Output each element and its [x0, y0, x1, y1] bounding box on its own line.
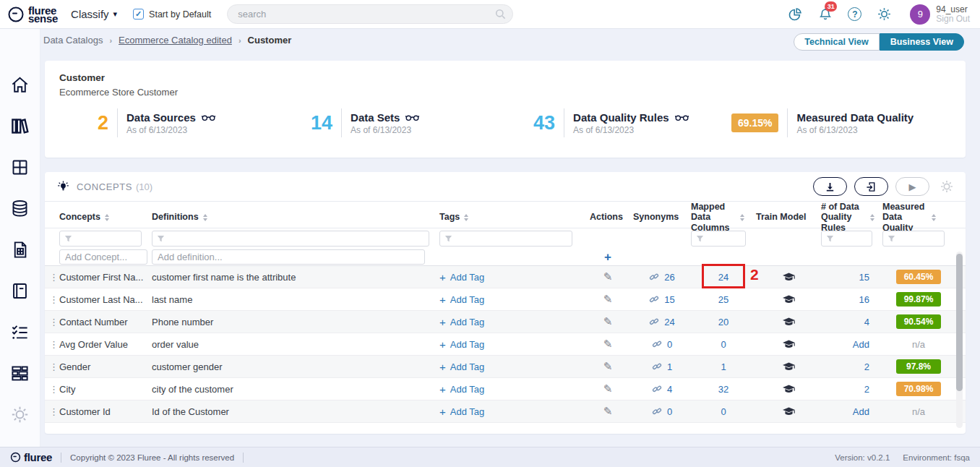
breadcrumb-data-catalogs[interactable]: Data Catalogs	[43, 35, 103, 46]
concept-definition[interactable]: last name	[152, 294, 439, 305]
col-header-measured-quality[interactable]: Measured Data Quality	[882, 202, 955, 233]
drag-handle-icon[interactable]: ⋮	[48, 272, 59, 283]
add-tag-button[interactable]: +Add Tag	[439, 338, 484, 351]
pie-chart-icon[interactable]	[788, 7, 803, 22]
synonyms-cell[interactable]: 0	[633, 406, 691, 417]
drag-handle-icon[interactable]: ⋮	[48, 384, 59, 395]
download-button[interactable]	[813, 177, 847, 196]
sort-icon[interactable]	[203, 214, 207, 221]
concept-definition[interactable]: customer gender	[152, 361, 439, 372]
concept-name[interactable]: Gender	[59, 361, 152, 372]
mapped-columns-count[interactable]: 20	[691, 317, 756, 327]
filter-quality-input[interactable]	[882, 231, 945, 247]
glasses-icon[interactable]	[202, 113, 215, 121]
concept-name[interactable]: Contact Number	[59, 317, 152, 327]
edit-pencil-icon[interactable]: ✎	[603, 315, 613, 327]
add-tag-button[interactable]: +Add Tag	[439, 361, 484, 373]
checkbox-icon[interactable]: ✓	[133, 9, 144, 20]
concept-name[interactable]: Avg Order Value	[59, 339, 152, 350]
technical-view-button[interactable]: Technical View	[794, 33, 879, 51]
add-row-plus-button[interactable]: +	[583, 250, 633, 265]
mapped-columns-count[interactable]: 0	[691, 406, 756, 417]
drag-handle-icon[interactable]: ⋮	[48, 361, 59, 372]
synonyms-cell[interactable]: 26	[633, 272, 691, 283]
synonyms-cell[interactable]: 0	[633, 339, 691, 350]
start-by-default-checkbox[interactable]: ✓ Start by Default	[133, 9, 211, 20]
quality-rules-count[interactable]: 2	[821, 361, 882, 372]
add-rule-link[interactable]: Add	[821, 406, 882, 417]
add-tag-button[interactable]: +Add Tag	[439, 271, 484, 283]
mapped-columns-count[interactable]: 0	[691, 339, 756, 350]
data-file-icon[interactable]	[10, 240, 30, 260]
add-tag-button[interactable]: +Add Tag	[439, 406, 484, 418]
edit-pencil-icon[interactable]: ✎	[603, 360, 613, 372]
concept-definition[interactable]: customer first name is the attribute	[152, 272, 439, 283]
data-catalogs-icon[interactable]	[10, 116, 30, 136]
add-rule-link[interactable]: Add	[821, 339, 882, 350]
concept-name[interactable]: Customer Id	[59, 406, 152, 417]
train-model-icon[interactable]	[756, 340, 821, 349]
mapped-columns-count[interactable]: 32	[691, 384, 756, 395]
sort-icon[interactable]	[740, 214, 744, 221]
database-icon[interactable]	[10, 199, 30, 218]
synonyms-cell[interactable]: 4	[633, 384, 691, 395]
add-tag-button[interactable]: +Add Tag	[439, 383, 484, 395]
drag-handle-icon[interactable]: ⋮	[48, 339, 59, 350]
filter-concepts-input[interactable]	[59, 231, 142, 247]
concept-definition[interactable]: city of the customer	[152, 384, 439, 395]
quality-rules-count[interactable]: 15	[821, 272, 882, 283]
col-header-quality-rules[interactable]: # of Data Quality Rules	[821, 202, 882, 233]
table-scrollbar-track[interactable]	[956, 252, 963, 428]
run-button[interactable]: ▶	[895, 177, 929, 196]
add-concept-input[interactable]	[59, 249, 147, 265]
avatar[interactable]: 9	[910, 4, 930, 25]
train-model-icon[interactable]	[756, 407, 821, 416]
sort-icon[interactable]	[105, 214, 109, 221]
grid-icon[interactable]	[10, 158, 30, 177]
checklist-icon[interactable]	[10, 322, 30, 342]
mapped-columns-count[interactable]: 24	[691, 272, 756, 283]
add-definition-input[interactable]	[152, 249, 425, 265]
notifications-bell-icon[interactable]: 31	[818, 7, 833, 22]
mapped-columns-count[interactable]: 25	[691, 294, 756, 305]
settings-gear-icon[interactable]	[877, 7, 892, 22]
edit-pencil-icon[interactable]: ✎	[603, 382, 613, 395]
train-model-icon[interactable]	[756, 362, 821, 372]
layers-bricks-icon[interactable]	[10, 364, 30, 383]
table-settings-gear-icon[interactable]	[940, 179, 954, 194]
concept-name[interactable]: Customer Last Na...	[59, 294, 152, 305]
train-model-icon[interactable]	[756, 273, 821, 282]
sort-icon[interactable]	[464, 214, 468, 221]
user-menu[interactable]: 9 94_user Sign Out	[910, 4, 970, 25]
drag-handle-icon[interactable]: ⋮	[48, 317, 59, 327]
sign-out-link[interactable]: Sign Out	[936, 14, 970, 24]
quality-rules-count[interactable]: 16	[821, 294, 882, 305]
glasses-icon[interactable]	[675, 113, 689, 121]
glasses-icon[interactable]	[405, 113, 419, 121]
edit-pencil-icon[interactable]: ✎	[603, 293, 613, 305]
concept-definition[interactable]: Id of the Customer	[152, 406, 439, 417]
quality-rules-count[interactable]: 4	[821, 317, 882, 327]
sort-icon[interactable]	[932, 214, 936, 221]
train-model-icon[interactable]	[756, 295, 821, 304]
filter-mapped-input[interactable]	[691, 231, 746, 247]
mapped-columns-count[interactable]: 1	[691, 361, 756, 372]
quality-rules-count[interactable]: 2	[821, 384, 882, 395]
table-scrollbar-thumb[interactable]	[956, 254, 963, 391]
concept-definition[interactable]: Phone number	[152, 317, 439, 327]
drag-handle-icon[interactable]: ⋮	[48, 406, 59, 417]
help-icon[interactable]: ?	[848, 7, 861, 21]
import-file-button[interactable]	[854, 177, 888, 196]
breadcrumb-catalog-link[interactable]: Ecommerce Catalog edited	[119, 35, 232, 46]
edit-pencil-icon[interactable]: ✎	[603, 270, 613, 283]
fluree-sense-logo[interactable]: flureesense	[7, 6, 58, 23]
drag-handle-icon[interactable]: ⋮	[48, 294, 59, 305]
train-model-icon[interactable]	[756, 317, 821, 327]
edit-pencil-icon[interactable]: ✎	[603, 338, 613, 350]
concept-name[interactable]: Customer First Na...	[59, 272, 152, 283]
col-header-tags[interactable]: Tags	[439, 212, 583, 222]
col-header-concepts[interactable]: Concepts	[59, 212, 152, 222]
sort-icon[interactable]	[870, 214, 874, 221]
add-tag-button[interactable]: +Add Tag	[439, 294, 484, 306]
train-model-icon[interactable]	[756, 385, 821, 394]
